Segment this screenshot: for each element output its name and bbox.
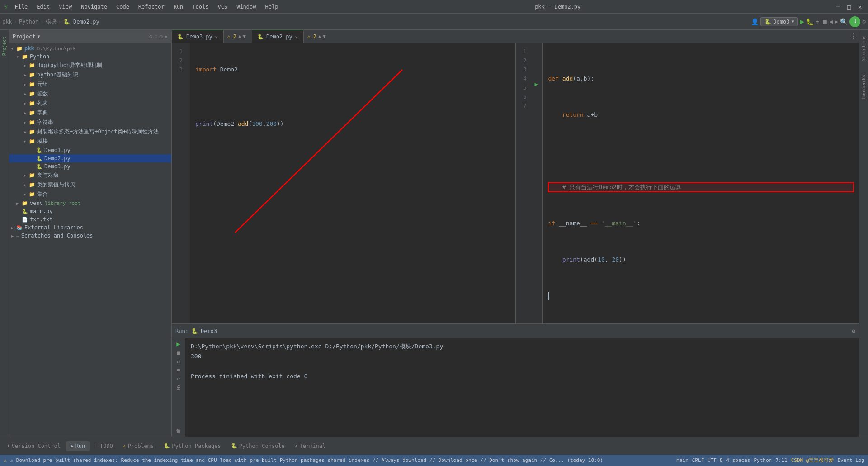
menu-file[interactable]: File [12,3,30,11]
menu-help[interactable]: Help [263,3,281,11]
close-panel-icon[interactable]: ✕ [165,33,168,40]
run-collapse-icon[interactable]: ≡ [177,367,180,373]
tree-str[interactable]: ▶ 📁 字符串 [9,118,171,127]
code-content-left[interactable]: import Demo2 print (Demo2. add ( 100 , [190,43,515,323]
tab-chevron-down-r[interactable]: ▼ [323,33,326,39]
search-icon[interactable]: 🔍 [840,18,848,25]
tree-class[interactable]: ▶ 📁 类与对象 [9,171,171,180]
avatar[interactable]: U [849,16,860,27]
status-line-col[interactable]: 7:11 [775,457,788,463]
run-tab-name[interactable]: Demo3 [201,328,217,334]
tree-dict[interactable]: ▶ 📁 字典 [9,108,171,118]
pane-menu-btn[interactable]: ⋮ [850,32,857,41]
status-warning-text[interactable]: ⚠ Download pre-built shared indexes: Red… [10,457,603,463]
tree-oop[interactable]: ▶ 📁 封装继承多态+方法重写+Object类+特殊属性方法 [9,127,171,137]
tree-demo2[interactable]: ▶ 🐍 Demo2.py [9,154,171,162]
menu-edit[interactable]: Edit [34,3,52,11]
tree-set[interactable]: ▶ 📁 集合 [9,190,171,199]
tab-terminal[interactable]: ✗ Terminal [290,441,330,451]
tab-run[interactable]: ▶ Run [66,441,90,451]
tree-basics[interactable]: ▶ 📁 python基础知识 [9,70,171,80]
back-button[interactable]: ◀ [830,18,833,25]
forward-button[interactable]: ▶ [835,18,838,25]
tree-root[interactable]: ▾ 📁 pkk D:\Python\pkk [9,44,171,52]
tree-txt[interactable]: ▶ 📄 txt.txt [9,215,171,223]
run-trash-icon[interactable]: 🗑 [176,428,181,434]
tree-module[interactable]: ▾ 📁 模块 [9,137,171,146]
code-line-r6: print (add( 10 , 20 )) [548,255,854,264]
tree-func[interactable]: ▶ 📁 函数 [9,89,171,99]
status-git[interactable]: main [676,457,689,463]
demo2-icon: 🐍 [36,156,42,162]
tab-chevron-up[interactable]: ▲ [238,33,241,39]
collapse-icon[interactable]: ≡ [154,33,157,40]
user-icon[interactable]: 👤 [751,18,759,25]
run-stop-icon[interactable]: ⏹ [176,350,181,356]
tree-scratches[interactable]: ▶ ✏ Scratches and Consoles [9,232,171,240]
run-print-icon[interactable]: 🖨 [176,384,181,390]
tab-problems[interactable]: ⚠ Problems [118,441,158,451]
settings-panel-icon[interactable]: ⚙ [160,33,163,40]
run-play-icon[interactable]: ▶ [176,340,180,347]
menu-window[interactable]: Window [234,3,259,11]
locate-icon[interactable]: ⊕ [149,33,152,40]
tab-demo2-close[interactable]: ✕ [295,34,298,39]
status-csdn[interactable]: CSDN @宝宝很可爱 [791,457,834,464]
maximize-btn[interactable]: □ [845,3,853,10]
run-panel-settings[interactable]: ⚙ [852,328,855,334]
tab-demo3-close[interactable]: ✕ [215,34,218,39]
tab-demo2[interactable]: 🐍 Demo2.py ✕ [252,30,304,43]
problems-icon: ⚠ [123,443,126,449]
breadcrumb-module[interactable]: 模块 [46,18,57,25]
run-gutter-icon[interactable]: ▶ [535,81,538,87]
tree-main[interactable]: ▶ 🐍 main.py [9,207,171,215]
run-config[interactable]: 🐍 Demo3 ▼ [760,17,798,26]
tab-python-packages[interactable]: 🐍 Python Packages [159,441,225,451]
status-event-log[interactable]: Event Log [837,457,864,463]
menu-vcs[interactable]: VCS [215,3,230,11]
tab-version-control[interactable]: ⬆ Version Control [2,441,65,451]
status-crlf[interactable]: CRLF [692,457,704,463]
status-lang[interactable]: Python [754,457,772,463]
tree-python[interactable]: ▾ 📁 Python [9,52,171,61]
breadcrumb-file[interactable]: 🐍 Demo2.py [63,19,99,25]
bookmarks-label[interactable]: Bookmarks [861,75,866,99]
settings-icon[interactable]: ⚙ [862,18,866,25]
breadcrumb-python[interactable]: Python [19,19,38,25]
status-indent[interactable]: 4 spaces [726,457,750,463]
structure-label[interactable]: Structure [861,37,866,61]
minimize-btn[interactable]: ─ [835,3,842,10]
run-rerun-icon[interactable]: ↺ [177,358,180,365]
debug-button[interactable]: 🐛 [806,18,814,25]
run-wrap-icon[interactable]: ↩ [177,376,180,382]
run-button[interactable]: ▶ [800,17,804,26]
tree-venv[interactable]: ▶ 📁 venv library root [9,199,171,207]
menu-code[interactable]: Code [113,3,132,11]
tab-demo3[interactable]: 🐍 Demo3.py ✕ [172,30,224,43]
panel-dropdown[interactable]: ▼ [38,34,40,39]
status-encoding[interactable]: UTF-8 [708,457,722,463]
menu-view[interactable]: View [56,3,75,11]
tab-python-console[interactable]: 🐍 Python Console [226,441,289,451]
menu-navigate[interactable]: Navigate [78,3,110,11]
tree-external[interactable]: ▶ 📚 External Libraries [9,223,171,232]
tab-chevron-down[interactable]: ▼ [243,33,246,39]
tree-bug[interactable]: ▶ 📁 Bug+python异常处理机制 [9,61,171,70]
tree-demo3[interactable]: ▶ 🐍 Demo3.py [9,162,171,171]
menu-tools[interactable]: Tools [189,3,211,11]
menu-run[interactable]: Run [171,3,186,11]
code-content-right[interactable]: def add (a,b): return a+b [543,43,859,323]
coverage-button[interactable]: ☂ [816,18,819,25]
tree-list[interactable]: ▶ 📁 列表 [9,99,171,108]
tree-tuple[interactable]: ▶ 📁 元组 [9,80,171,89]
tree-demo1[interactable]: ▶ 🐍 Demo1.py [9,146,171,154]
tree-copy[interactable]: ▶ 📁 类的赋值与拷贝 [9,180,171,190]
breadcrumb-pkk[interactable]: pkk [2,19,12,25]
stop-button[interactable]: ⏹ [821,18,828,25]
close-btn[interactable]: ✕ [856,3,863,10]
tab-chevron-up-r[interactable]: ▲ [318,33,321,39]
project-icon[interactable]: Project [2,37,7,56]
menu-refactor[interactable]: Refactor [136,3,167,11]
tab-todo[interactable]: ≡ TODO [90,441,118,451]
tuple-label: 元组 [37,81,48,88]
